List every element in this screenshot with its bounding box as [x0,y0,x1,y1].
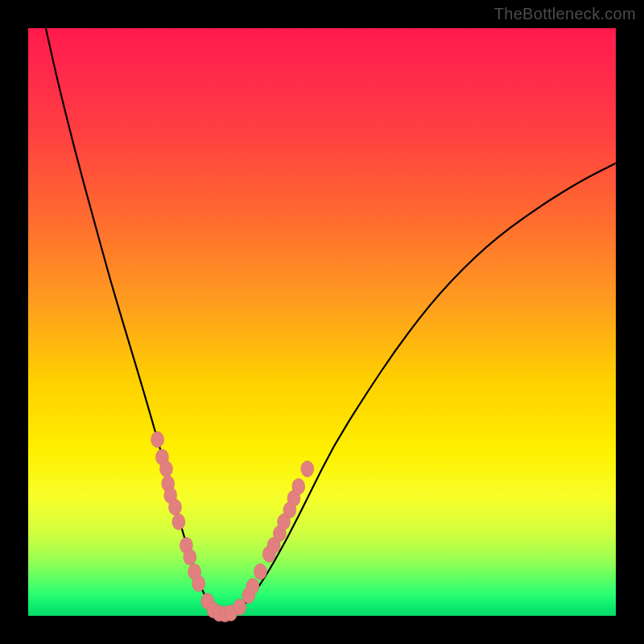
curve-layer [28,28,616,616]
overlay-dot [160,461,173,477]
chart-frame: TheBottleneck.com [0,0,644,644]
bottleneck-curve [46,28,616,613]
overlay-dot [184,549,196,565]
plot-area [28,28,616,616]
overlay-dot [254,564,266,580]
overlay-dot [172,514,185,530]
overlay-dot [292,478,305,494]
overlay-dot [301,461,314,477]
overlay-dot [246,579,259,595]
overlay-dot [151,431,164,448]
overlay-dot [169,499,182,515]
overlay-dots-group [151,431,314,622]
watermark-label: TheBottleneck.com [494,5,636,23]
overlay-dot [192,576,205,592]
